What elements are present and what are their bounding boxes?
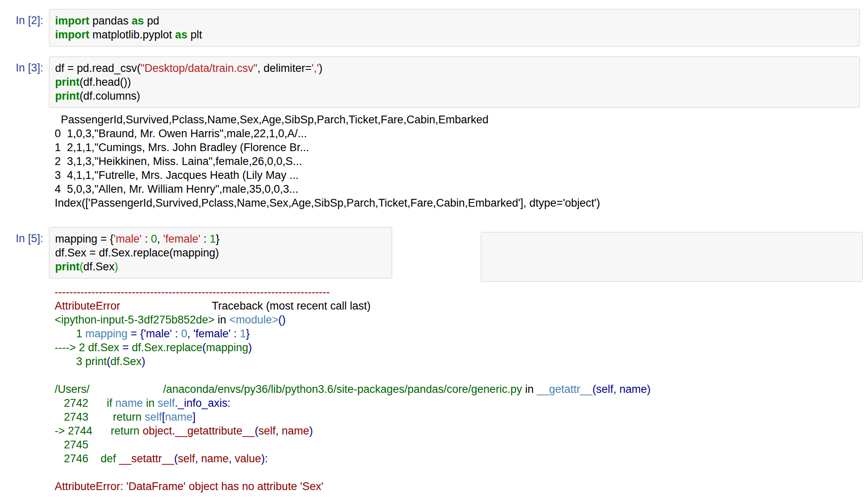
code-line: 1 mapping = {'male' : 0, 'female' : 1}	[55, 327, 868, 341]
code-cell-fragment[interactable]	[481, 232, 863, 282]
code-line: -> 2744 return object.__getattribute__(s…	[55, 424, 868, 438]
error-output-5: ----------------------------------------…	[49, 285, 868, 493]
stream-output-3: PassengerId,Survived,Pclass,Name,Sex,Age…	[49, 113, 868, 210]
code-line	[55, 368, 868, 382]
code-line: 2742 if name in self._info_axis:	[55, 396, 868, 410]
code-line: df = pd.read_csv("Desktop/data/train.csv…	[55, 61, 854, 75]
code-line: PassengerId,Survived,Pclass,Name,Sex,Age…	[55, 113, 868, 127]
input-prompt-3: In [3]:	[0, 56, 49, 75]
code-line: print(df.head())	[55, 75, 854, 89]
code-line: AttributeError Traceback (most recent ca…	[55, 299, 868, 313]
jupyter-notebook: In [2]: import pandas as pdimport matplo…	[0, 0, 868, 493]
code-line: <ipython-input-5-3df275b852de> in <modul…	[55, 313, 868, 327]
code-input-3[interactable]: df = pd.read_csv("Desktop/data/train.csv…	[49, 56, 860, 108]
code-line: mapping = {'male' : 0, 'female' : 1}	[55, 232, 386, 246]
code-cell-2: In [2]: import pandas as pdimport matplo…	[0, 9, 860, 47]
code-line: print(df.columns)	[55, 89, 854, 103]
code-line: 2746 def __setattr__(self, name, value):	[55, 452, 868, 466]
code-line	[55, 466, 868, 479]
code-line: ----------------------------------------…	[55, 285, 868, 299]
code-line: Index(['PassengerId,Survived,Pclass,Name…	[55, 196, 868, 210]
code-line: print(df.Sex)	[55, 260, 386, 274]
code-cell-5: In [5]: mapping = {'male' : 0, 'female' …	[0, 227, 860, 279]
code-input-2[interactable]: import pandas as pdimport matplotlib.pyp…	[49, 9, 860, 47]
input-prompt-2: In [2]:	[0, 9, 49, 27]
code-line: 2743 return self[name]	[55, 410, 868, 424]
code-line: 2 3,1,3,"Heikkinen, Miss. Laina",female,…	[55, 154, 868, 168]
code-line: import pandas as pd	[55, 14, 854, 28]
code-line: AttributeError: 'DataFrame' object has n…	[55, 479, 868, 493]
code-line: 3 print(df.Sex)	[55, 354, 868, 368]
code-line: 4 5,0,3,"Allen, Mr. William Henry",male,…	[55, 182, 868, 196]
code-line: 2745	[55, 438, 868, 452]
code-line: import matplotlib.pyplot as plt	[55, 28, 854, 42]
code-line: /Users/ /anaconda/envs/py36/lib/python3.…	[55, 382, 868, 396]
code-line: 0 1,0,3,"Braund, Mr. Owen Harris",male,2…	[55, 127, 868, 140]
code-line: df.Sex = df.Sex.replace(mapping)	[55, 246, 386, 260]
code-cell-3: In [3]: df = pd.read_csv("Desktop/data/t…	[0, 56, 860, 108]
code-line: 1 2,1,1,"Cumings, Mrs. John Bradley (Flo…	[55, 140, 868, 154]
input-prompt-5: In [5]:	[0, 227, 49, 245]
code-line: 3 4,1,1,"Futrelle, Mrs. Jacques Heath (L…	[55, 168, 868, 182]
code-input-5[interactable]: mapping = {'male' : 0, 'female' : 1}df.S…	[49, 227, 392, 279]
code-line: ----> 2 df.Sex = df.Sex.replace(mapping)	[55, 341, 868, 354]
